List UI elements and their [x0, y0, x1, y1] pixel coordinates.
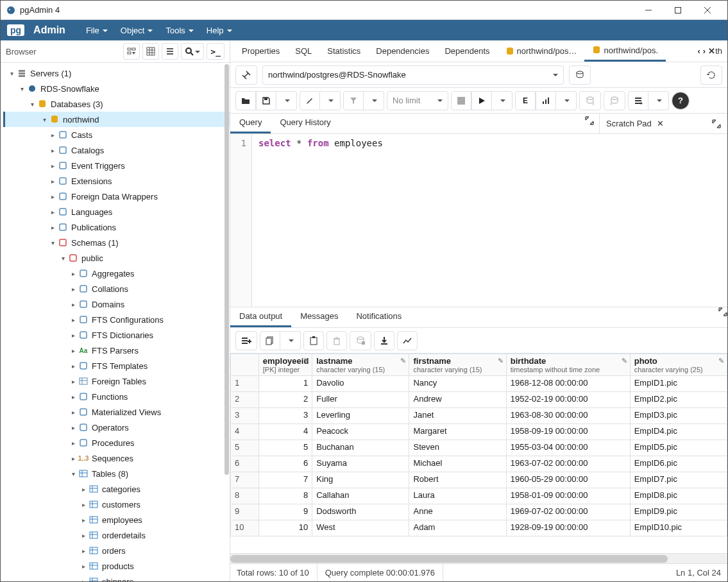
edit-column-icon[interactable]: ✎ — [303, 357, 309, 365]
tabs-next-button[interactable]: › — [702, 44, 707, 58]
tree-node[interactable]: ▸Aggregates — [3, 266, 230, 281]
tree-expand-icon[interactable]: ▸ — [69, 440, 78, 447]
cell[interactable]: 1952-02-19 00:00:00 — [506, 392, 630, 408]
tab-sql[interactable]: SQL — [287, 42, 319, 60]
cell[interactable]: Buchanan — [312, 440, 409, 456]
macros-dropdown[interactable] — [648, 91, 669, 110]
cell[interactable]: King — [312, 472, 409, 488]
column-header[interactable]: birthdatetimestamp without time zone✎ — [506, 354, 630, 376]
tree-node[interactable]: ▸Publications — [3, 219, 230, 235]
edit-column-icon[interactable]: ✎ — [400, 357, 406, 365]
tree-expand-icon[interactable]: ▸ — [79, 517, 88, 524]
tree-expand-icon[interactable]: ▸ — [48, 147, 57, 154]
tree-expand-icon[interactable]: ▸ — [79, 547, 88, 554]
tab-dependents[interactable]: Dependents — [437, 42, 497, 60]
query-tool-tab[interactable]: northwind/pos. — [584, 41, 666, 62]
delete-row-button[interactable] — [326, 331, 347, 350]
open-file-button[interactable] — [235, 91, 256, 110]
tree-node[interactable]: ▸Extensions — [3, 173, 230, 189]
sql-text[interactable]: select * from employees — [252, 134, 727, 307]
cell[interactable]: 9 — [258, 504, 312, 520]
table-row[interactable]: 44PeacockMargaret1958-09-19 00:00:00EmpI… — [231, 424, 727, 440]
cell[interactable]: Leverling — [312, 408, 409, 424]
cell[interactable]: EmpID6.pic — [630, 456, 727, 472]
cell[interactable]: EmpID1.pic — [630, 376, 727, 392]
tree-expand-icon[interactable]: ▸ — [48, 132, 57, 139]
execute-button[interactable] — [471, 91, 492, 110]
output-tab-messages[interactable]: Messages — [291, 307, 347, 327]
cell[interactable]: Laura — [409, 488, 506, 504]
tree-node[interactable]: ▸categories — [3, 481, 230, 497]
scratch-expand-icon[interactable] — [712, 119, 721, 128]
window-minimize-button[interactable] — [634, 1, 663, 19]
tree-expand-icon[interactable]: ▸ — [48, 193, 57, 200]
new-connection-button[interactable] — [569, 65, 591, 85]
cell[interactable]: Adam — [409, 520, 506, 536]
cell[interactable]: Michael — [409, 456, 506, 472]
tree-node[interactable]: ▾northwind — [3, 112, 230, 127]
tab-dependencies[interactable]: Dependencies — [368, 42, 437, 60]
tree-node[interactable]: ▾public — [3, 250, 230, 266]
tree-expand-icon[interactable]: ▾ — [17, 85, 26, 92]
query-tool-tab[interactable]: northwind/pos… — [498, 42, 585, 60]
cell[interactable]: 1 — [258, 376, 312, 392]
column-header[interactable]: lastnamecharacter varying (15)✎ — [312, 354, 409, 376]
cell[interactable]: 4 — [258, 424, 312, 440]
cell[interactable]: Dodsworth — [312, 504, 409, 520]
cell[interactable]: 6 — [258, 456, 312, 472]
cell[interactable]: 1958-01-09 00:00:00 — [506, 488, 630, 504]
tree-node[interactable]: ▸Foreign Tables — [3, 373, 230, 389]
cell[interactable]: Andrew — [409, 392, 506, 408]
tree-node[interactable]: ▸Domains — [3, 296, 230, 312]
tree-expand-icon[interactable]: ▸ — [79, 563, 88, 570]
tree-node[interactable]: ▾RDS-Snowflake — [3, 81, 230, 96]
tab-properties[interactable]: Properties — [234, 42, 287, 60]
output-expand-icon[interactable] — [718, 307, 727, 327]
tree-expand-icon[interactable]: ▸ — [69, 270, 78, 277]
edit-column-icon[interactable]: ✎ — [622, 357, 627, 365]
browser-layers-button[interactable] — [162, 43, 178, 60]
cell[interactable]: Anne — [409, 504, 506, 520]
tree-expand-icon[interactable]: ▸ — [48, 178, 57, 185]
cell[interactable]: EmpID4.pic — [630, 424, 727, 440]
tree-node[interactable]: ▸FTS Templates — [3, 358, 230, 373]
macros-button[interactable] — [628, 91, 648, 110]
close-icon[interactable]: ✕ — [657, 119, 664, 128]
tree-node[interactable]: ▾Servers (1) — [3, 65, 230, 81]
table-row[interactable]: 99DodsworthAnne1969-07-02 00:00:00EmpID9… — [231, 504, 727, 520]
tree-node[interactable]: ▸Languages — [3, 204, 230, 219]
object-tree[interactable]: ▾Servers (1)▾RDS-Snowflake▾Databases (3)… — [1, 63, 230, 581]
sql-editor[interactable]: 1 select * from employees — [230, 134, 727, 307]
edit-column-icon[interactable]: ✎ — [498, 357, 504, 365]
tree-node[interactable]: ▸1..3Sequences — [3, 450, 230, 466]
rollback-button[interactable] — [604, 91, 625, 110]
filter-dropdown[interactable] — [364, 91, 384, 110]
tree-node[interactable]: ▸FTS Dictionaries — [3, 327, 230, 343]
download-button[interactable] — [374, 331, 394, 350]
tree-expand-icon[interactable]: ▸ — [69, 347, 78, 354]
tree-node[interactable]: ▸Catalogs — [3, 142, 230, 158]
cell[interactable]: 3 — [258, 408, 312, 424]
tree-node[interactable]: ▸AaFTS Parsers — [3, 343, 230, 358]
explain-button[interactable]: E — [515, 91, 536, 110]
scratch-pad-tab[interactable]: Scratch Pad ✕ — [599, 114, 727, 133]
tree-expand-icon[interactable]: ▸ — [79, 486, 88, 493]
cell[interactable]: Janet — [409, 408, 506, 424]
tree-node[interactable]: ▸Event Triggers — [3, 158, 230, 173]
column-header[interactable]: firstnamecharacter varying (15)✎ — [409, 354, 506, 376]
tree-node[interactable]: ▾Schemas (1) — [3, 235, 230, 250]
tree-node[interactable]: ▸Operators — [3, 420, 230, 435]
cell[interactable]: 2 — [258, 392, 312, 408]
tree-expand-icon[interactable]: ▾ — [7, 70, 16, 77]
cell[interactable]: 7 — [258, 472, 312, 488]
tree-node[interactable]: ▾Databases (3) — [3, 96, 230, 112]
edit-column-icon[interactable]: ✎ — [718, 357, 724, 365]
editor-tab-query[interactable]: Query — [230, 114, 271, 133]
table-row[interactable]: 22FullerAndrew1952-02-19 00:00:00EmpID2.… — [231, 392, 727, 408]
tree-expand-icon[interactable]: ▸ — [69, 393, 78, 400]
tree-node[interactable]: ▸FTS Configurations — [3, 312, 230, 327]
cell[interactable]: EmpID8.pic — [630, 488, 727, 504]
tree-node[interactable]: ▸Collations — [3, 281, 230, 296]
tree-expand-icon[interactable]: ▸ — [69, 409, 78, 416]
cell[interactable]: 10 — [258, 520, 312, 536]
